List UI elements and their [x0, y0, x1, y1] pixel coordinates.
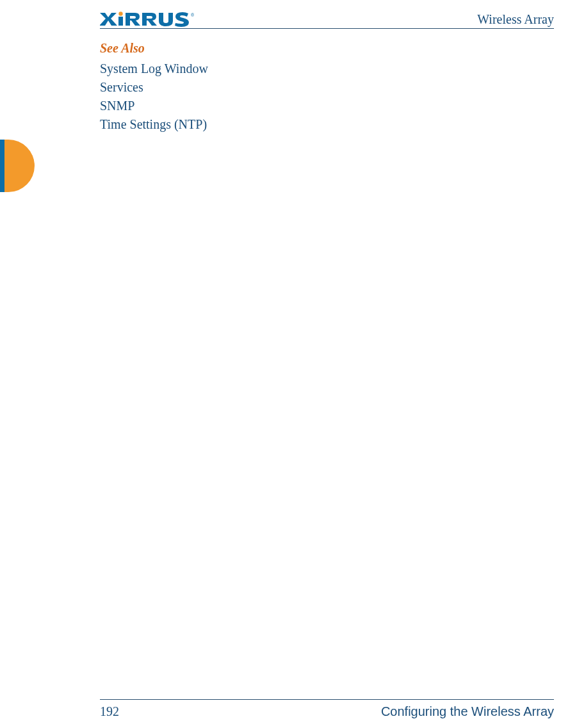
see-also-link-time-settings-ntp[interactable]: Time Settings (NTP) — [100, 117, 207, 131]
xirrus-logo: ® — [100, 12, 196, 27]
page-footer: 192 Configuring the Wireless Array — [100, 704, 554, 719]
see-also-list: System Log Window Services SNMP Time Set… — [100, 60, 554, 134]
see-also-item: Services — [100, 78, 554, 97]
see-also-item: SNMP — [100, 97, 554, 115]
svg-point-1 — [118, 12, 122, 15]
see-also-item: System Log Window — [100, 60, 554, 78]
document-title: Wireless Array — [477, 12, 554, 27]
see-also-link-snmp[interactable]: SNMP — [100, 99, 134, 113]
see-also-item: Time Settings (NTP) — [100, 115, 554, 134]
thumb-tab-icon — [0, 140, 35, 192]
page-number: 192 — [100, 704, 119, 719]
see-also-heading: See Also — [100, 41, 554, 56]
header-divider — [100, 28, 554, 29]
footer-divider — [100, 699, 554, 700]
svg-rect-0 — [118, 17, 123, 26]
page-content: See Also System Log Window Services SNMP… — [100, 41, 554, 134]
xirrus-logo-icon: ® — [100, 12, 196, 27]
footer-section-title: Configuring the Wireless Array — [381, 704, 554, 719]
see-also-link-services[interactable]: Services — [100, 80, 143, 94]
svg-text:®: ® — [191, 13, 195, 17]
see-also-link-system-log-window[interactable]: System Log Window — [100, 61, 208, 76]
page-header: ® Wireless Array — [100, 12, 554, 27]
